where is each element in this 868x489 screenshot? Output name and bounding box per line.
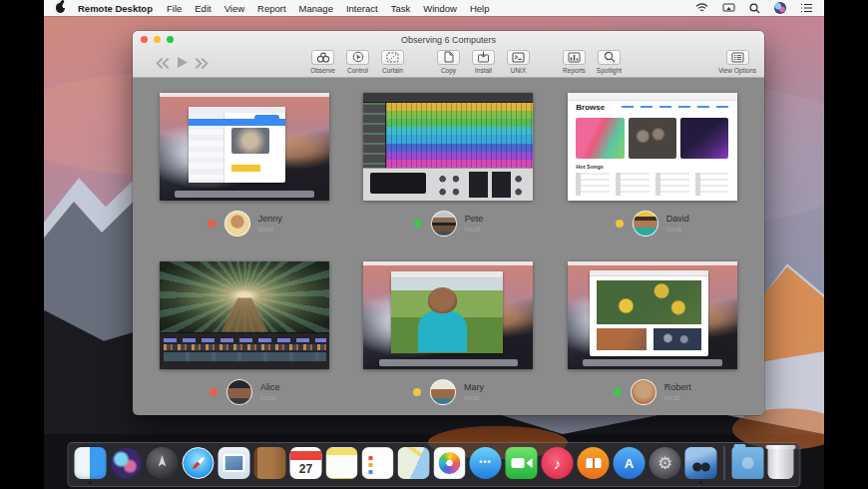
dock-icon-calendar[interactable]: 27 — [290, 447, 322, 479]
dock-icon-mail[interactable] — [218, 447, 250, 479]
status-dot — [208, 220, 216, 228]
search-icon[interactable] — [749, 3, 760, 14]
dock-icon-remote-desktop[interactable] — [685, 447, 717, 479]
computer-name: Pete — [465, 214, 484, 224]
dock-icon-safari[interactable] — [183, 447, 215, 479]
running-indicator — [699, 481, 702, 484]
back-button[interactable] — [155, 55, 170, 73]
binoculars-icon — [316, 49, 330, 67]
menu-file[interactable]: File — [167, 3, 182, 14]
play-button[interactable] — [176, 55, 189, 73]
dock-icon-siri[interactable] — [111, 447, 143, 479]
window-chrome: Observing 6 Computers — [133, 31, 764, 78]
dock-icon-launchpad[interactable] — [147, 447, 179, 479]
forward-button[interactable] — [195, 55, 210, 73]
dock-icon-system-preferences[interactable] — [650, 447, 681, 479]
dock-icon-notes[interactable] — [326, 447, 358, 479]
dock-icon-messages[interactable] — [470, 447, 502, 479]
window-title: Observing 6 Computers — [401, 35, 496, 45]
computer-thumbnail-david[interactable]: Browse Hot Songs — [568, 93, 737, 201]
menu-interact[interactable]: Interact — [346, 3, 378, 14]
computer-thumbnail-alice[interactable] — [160, 261, 329, 369]
install-button[interactable]: Install — [469, 50, 499, 74]
observe-button[interactable]: Observe — [308, 50, 338, 74]
computer-thumbnail-jenny[interactable] — [160, 93, 329, 201]
computer-cell-mary[interactable]: Mary local — [346, 261, 550, 408]
calendar-day: 27 — [299, 463, 312, 475]
computer-name: Jenny — [258, 214, 282, 224]
package-icon — [477, 49, 490, 67]
avatar — [224, 211, 250, 237]
computer-name: David — [666, 214, 689, 224]
list-view-icon — [731, 49, 744, 67]
dock-icon-downloads[interactable] — [732, 447, 764, 479]
status-dot — [414, 220, 422, 228]
dock-icon-app-store[interactable] — [614, 447, 646, 479]
dock-icon-finder[interactable] — [75, 447, 107, 479]
menu-edit[interactable]: Edit — [195, 3, 211, 14]
computer-label: Jenny local — [208, 211, 282, 237]
dock-separator — [724, 446, 725, 480]
menu-task[interactable]: Task — [391, 3, 411, 14]
control-button[interactable]: Control — [343, 50, 373, 74]
computer-cell-pete[interactable]: Pete local — [346, 93, 550, 240]
computer-label: Robert local — [614, 379, 691, 405]
computer-thumbnail-pete[interactable] — [363, 93, 533, 201]
dock-icon-reminders[interactable] — [362, 447, 394, 479]
menu-view[interactable]: View — [224, 3, 244, 14]
menu-help[interactable]: Help — [470, 3, 490, 14]
magnifier-icon — [604, 49, 616, 67]
dock-icon-itunes[interactable] — [542, 447, 574, 479]
avatar — [431, 211, 457, 237]
apple-menu-icon[interactable] — [56, 3, 65, 13]
computer-cell-david[interactable]: Browse Hot Songs David local — [551, 93, 754, 240]
titlebar[interactable]: Observing 6 Computers — [133, 31, 764, 48]
computer-name: Mary — [464, 382, 484, 392]
toolbar-group-manage: Copy Install — [434, 50, 534, 74]
dock-icon-trash[interactable] — [768, 447, 794, 479]
curtain-button[interactable]: Curtain — [378, 50, 408, 74]
reports-button[interactable]: Reports — [560, 50, 590, 74]
avatar — [430, 379, 456, 405]
computer-cell-robert[interactable]: Robert local — [551, 261, 754, 408]
dock-icon-photos[interactable] — [434, 447, 466, 479]
dock-icon-maps[interactable] — [398, 447, 430, 479]
siri-icon[interactable] — [774, 2, 786, 14]
wifi-icon[interactable] — [695, 3, 708, 13]
status-dot — [413, 388, 421, 396]
toolbar-group-observe: Observe Control — [308, 50, 408, 74]
bar-chart-icon — [568, 49, 581, 67]
computer-cell-alice[interactable]: Alice local — [143, 261, 346, 408]
computer-thumbnail-robert[interactable] — [568, 261, 737, 369]
menubar-app-name[interactable]: Remote Desktop — [78, 3, 153, 14]
desktop-screen: Remote Desktop File Edit View Report Man… — [44, 0, 824, 489]
computer-name: Alice — [260, 382, 280, 392]
menu-report[interactable]: Report — [257, 3, 286, 14]
menu-window[interactable]: Window — [423, 3, 457, 14]
computer-location: local — [465, 225, 484, 234]
computer-name: Robert — [664, 382, 691, 392]
dock-icon-ibooks[interactable] — [578, 447, 610, 479]
zoom-button[interactable] — [167, 36, 174, 43]
computer-cell-jenny[interactable]: Jenny local — [143, 93, 346, 240]
copy-button[interactable]: Copy — [434, 50, 464, 74]
notification-center-icon[interactable] — [800, 3, 812, 13]
dock-icon-facetime[interactable] — [506, 447, 538, 479]
computer-thumbnail-mary[interactable] — [363, 261, 533, 369]
computer-label: Pete local — [414, 211, 484, 237]
spotlight-button[interactable]: Spotlight — [595, 50, 625, 74]
dock-icon-contacts[interactable] — [254, 447, 286, 479]
menu-manage[interactable]: Manage — [299, 3, 333, 14]
screen-sharing-icon[interactable] — [722, 3, 735, 13]
minimize-button[interactable] — [154, 36, 161, 43]
computer-label: David local — [616, 211, 689, 237]
photo-window — [391, 271, 503, 353]
close-button[interactable] — [141, 36, 148, 43]
running-indicator — [89, 481, 92, 484]
remote-desktop-window: Observing 6 Computers — [133, 31, 764, 415]
unix-button[interactable]: UNIX — [504, 50, 534, 74]
document-icon — [444, 49, 454, 67]
view-options-button[interactable]: View Options — [722, 50, 752, 74]
dock: 27 — [68, 442, 801, 487]
avatar — [633, 211, 658, 237]
